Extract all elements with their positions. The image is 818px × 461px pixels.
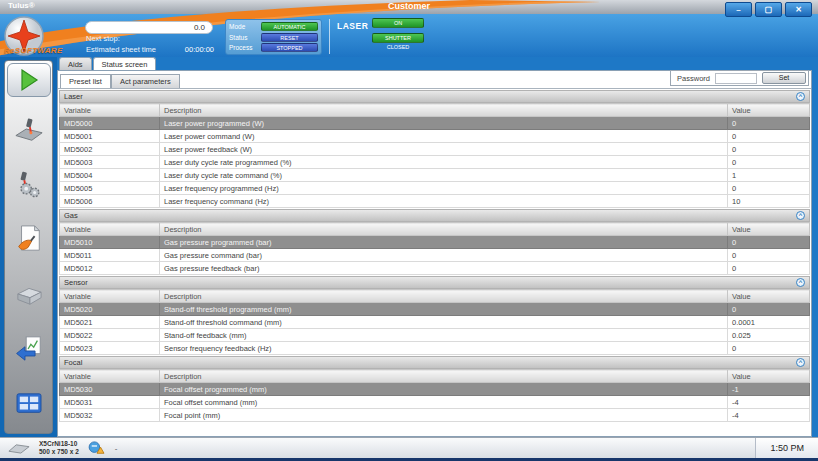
- cell-description: Focal point (mm): [160, 409, 728, 422]
- cell-value: 0: [728, 303, 810, 316]
- table-row[interactable]: MD5020Stand-off threshold programmed (mm…: [60, 303, 810, 316]
- cell-variable: MD5031: [60, 396, 160, 409]
- parameter-table: VariableDescriptionValue MD5000Laser pow…: [59, 103, 810, 208]
- laser-shutter-button[interactable]: SHUTTER CLOSED: [372, 33, 424, 43]
- table-row[interactable]: MD5004Laser duty cycle rate command (%)1: [60, 169, 810, 182]
- cell-description: Focal offset programmed (mm): [160, 383, 728, 396]
- close-button[interactable]: ✕: [785, 2, 812, 17]
- sidebar-item-program-edit[interactable]: [12, 223, 46, 255]
- table-row[interactable]: MD5011Gas pressure command (bar)0: [60, 249, 810, 262]
- column-header[interactable]: Variable: [60, 370, 160, 383]
- app-title: Tulus®: [8, 1, 35, 10]
- table-row[interactable]: MD5023Sensor frequency feedback (Hz)0: [60, 342, 810, 355]
- sidebar-item-laser-setup[interactable]: [12, 168, 46, 200]
- sheet-size: 500 x 750 x 2: [39, 448, 79, 456]
- table-row[interactable]: MD5032Focal point (mm)-4: [60, 409, 810, 422]
- laser-section-divider: [329, 19, 330, 54]
- set-password-button[interactable]: Set: [762, 72, 806, 84]
- start-cycle-button[interactable]: [7, 63, 51, 97]
- next-stop-label: Next stop:: [86, 34, 120, 43]
- table-row[interactable]: MD5003Laser duty cycle rate programmed (…: [60, 156, 810, 169]
- status-row-status: Status RESET: [229, 33, 318, 42]
- cell-variable: MD5012: [60, 262, 160, 275]
- sidebar-item-reports[interactable]: [12, 333, 46, 365]
- table-header-row: VariableDescriptionValue: [60, 223, 810, 236]
- clock: 1:50 PM: [755, 438, 818, 458]
- sidebar-item-storage[interactable]: [12, 278, 46, 310]
- parameter-table: VariableDescriptionValue MD5010Gas press…: [59, 222, 810, 275]
- cell-description: Focal offset command (mm): [160, 396, 728, 409]
- sidebar-item-machine-view[interactable]: [12, 388, 46, 420]
- column-header[interactable]: Description: [160, 104, 728, 117]
- table-row[interactable]: MD5031Focal offset command (mm)-4: [60, 396, 810, 409]
- cell-variable: MD5001: [60, 130, 160, 143]
- column-header[interactable]: Value: [728, 290, 810, 303]
- machine-status-panel: Mode AUTOMATIC Status RESET Process STOP…: [225, 19, 322, 55]
- column-header[interactable]: Value: [728, 104, 810, 117]
- cell-variable: MD5032: [60, 409, 160, 422]
- cell-value: 10: [728, 195, 810, 208]
- cell-description: Laser power programmed (W): [160, 117, 728, 130]
- collapse-icon[interactable]: ^: [796, 92, 805, 101]
- table-row[interactable]: MD5022Stand-off feedback (mm)0.025: [60, 329, 810, 342]
- table-row[interactable]: MD5000Laser power programmed (W)0: [60, 117, 810, 130]
- sidebar-item-laser-cutting[interactable]: [12, 113, 46, 145]
- table-row[interactable]: MD5001Laser power command (W)0: [60, 130, 810, 143]
- cell-variable: MD5004: [60, 169, 160, 182]
- cell-value: -1: [728, 383, 810, 396]
- cell-variable: MD5010: [60, 236, 160, 249]
- program-edit-icon: [15, 224, 43, 254]
- main-area: Aids Status screen Preset list Act param…: [57, 57, 812, 437]
- cell-variable: MD5011: [60, 249, 160, 262]
- column-header[interactable]: Description: [160, 223, 728, 236]
- column-header[interactable]: Variable: [60, 223, 160, 236]
- parameter-table: VariableDescriptionValue MD5030Focal off…: [59, 369, 810, 422]
- table-row[interactable]: MD5021Stand-off threshold command (mm)0.…: [60, 316, 810, 329]
- cell-description: Laser duty cycle rate programmed (%): [160, 156, 728, 169]
- minimize-button[interactable]: –: [725, 2, 752, 17]
- cell-variable: MD5021: [60, 316, 160, 329]
- cell-value: -4: [728, 409, 810, 422]
- status-row-mode: Mode AUTOMATIC: [229, 22, 318, 31]
- messages-warning-icon[interactable]: [88, 441, 106, 455]
- subtab-preset-list[interactable]: Preset list: [60, 74, 111, 88]
- cell-variable: MD5003: [60, 156, 160, 169]
- collapse-icon[interactable]: ^: [796, 211, 805, 220]
- column-header[interactable]: Value: [728, 370, 810, 383]
- status-value-badge: RESET: [261, 33, 318, 42]
- cell-description: Gas pressure feedback (bar): [160, 262, 728, 275]
- maximize-button[interactable]: ▢: [755, 2, 782, 17]
- password-input[interactable]: [715, 73, 757, 84]
- table-row[interactable]: MD5030Focal offset programmed (mm)-1: [60, 383, 810, 396]
- page-title: Customer: [0, 1, 818, 11]
- laser-cutting-icon: [14, 114, 44, 144]
- cell-value: 0: [728, 117, 810, 130]
- column-header[interactable]: Value: [728, 223, 810, 236]
- sections: Laser ^ VariableDescriptionValue MD5000L…: [59, 90, 810, 435]
- column-header[interactable]: Description: [160, 290, 728, 303]
- table-row[interactable]: MD5012Gas pressure feedback (bar)0: [60, 262, 810, 275]
- collapse-icon[interactable]: ^: [796, 358, 805, 367]
- window-controls: – ▢ ✕: [725, 2, 812, 17]
- estimated-sheet-time: Estimated sheet time 00:00:00: [86, 45, 214, 54]
- table-row[interactable]: MD5002Laser power feedback (W)0: [60, 143, 810, 156]
- column-header[interactable]: Description: [160, 370, 728, 383]
- column-header[interactable]: Variable: [60, 290, 160, 303]
- sheet-icon: [8, 442, 30, 455]
- parameter-table: VariableDescriptionValue MD5020Stand-off…: [59, 289, 810, 355]
- cell-variable: MD5030: [60, 383, 160, 396]
- table-row[interactable]: MD5006Laser frequency command (Hz)10: [60, 195, 810, 208]
- main-tabs: Aids Status screen: [57, 57, 812, 70]
- cell-description: Gas pressure command (bar): [160, 249, 728, 262]
- laser-on-button[interactable]: ON: [372, 18, 424, 28]
- subtab-act-parameters[interactable]: Act parameters: [111, 74, 180, 88]
- table-row[interactable]: MD5010Gas pressure programmed (bar)0: [60, 236, 810, 249]
- tab-aids[interactable]: Aids: [59, 57, 92, 70]
- machine-view-icon: [15, 392, 43, 416]
- collapse-icon[interactable]: ^: [796, 278, 805, 287]
- table-row[interactable]: MD5005Laser frequency programmed (Hz)0: [60, 182, 810, 195]
- tab-status-screen[interactable]: Status screen: [93, 57, 157, 70]
- column-header[interactable]: Variable: [60, 104, 160, 117]
- cell-value: 0: [728, 156, 810, 169]
- cell-value: 0: [728, 236, 810, 249]
